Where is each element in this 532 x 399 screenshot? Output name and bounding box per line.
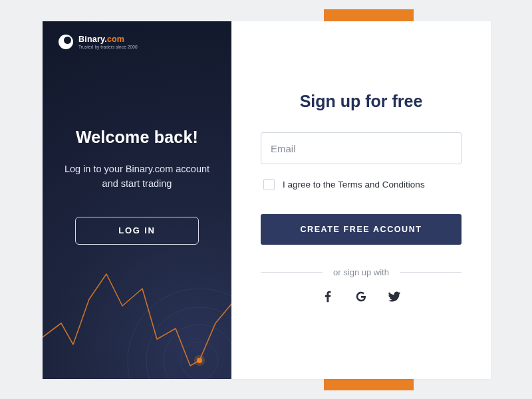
terms-label[interactable]: I agree to the Terms and Conditions	[283, 180, 425, 190]
email-field[interactable]	[261, 132, 462, 164]
signup-panel: Sign up for free I agree to the Terms an…	[231, 21, 491, 379]
create-account-button[interactable]: CREATE FREE ACCOUNT	[261, 214, 462, 245]
svg-point-5	[194, 355, 205, 366]
twitter-icon[interactable]	[387, 289, 402, 304]
welcome-subtext: Log in to your Binary.com account and st…	[59, 162, 215, 192]
brand-logo-icon	[59, 35, 73, 49]
alt-signup-divider: or sign up with	[261, 267, 462, 277]
brand-name-pre: Binary	[78, 35, 104, 44]
svg-point-4	[197, 358, 202, 363]
chart-decoration	[43, 259, 231, 379]
auth-card: Binary.com Trusted by traders since 2000…	[43, 21, 491, 379]
brand-logo: Binary.com Trusted by traders since 2000	[59, 35, 215, 49]
google-icon[interactable]	[354, 289, 368, 304]
brand-name: Binary.com	[78, 35, 138, 44]
social-signup-row	[261, 289, 462, 304]
welcome-heading: Welcome back!	[59, 128, 215, 147]
welcome-panel: Binary.com Trusted by traders since 2000…	[43, 21, 231, 379]
signup-heading: Sign up for free	[261, 92, 462, 111]
alt-signup-label: or sign up with	[333, 267, 389, 277]
svg-point-1	[164, 325, 231, 379]
facebook-icon[interactable]	[321, 289, 335, 304]
svg-point-2	[146, 307, 231, 379]
brand-name-suf: com	[107, 35, 124, 44]
brand-tagline: Trusted by traders since 2000	[78, 45, 138, 49]
terms-checkbox[interactable]	[263, 179, 275, 190]
login-button[interactable]: LOG IN	[75, 217, 199, 245]
svg-point-3	[128, 289, 231, 379]
svg-point-0	[181, 342, 218, 379]
